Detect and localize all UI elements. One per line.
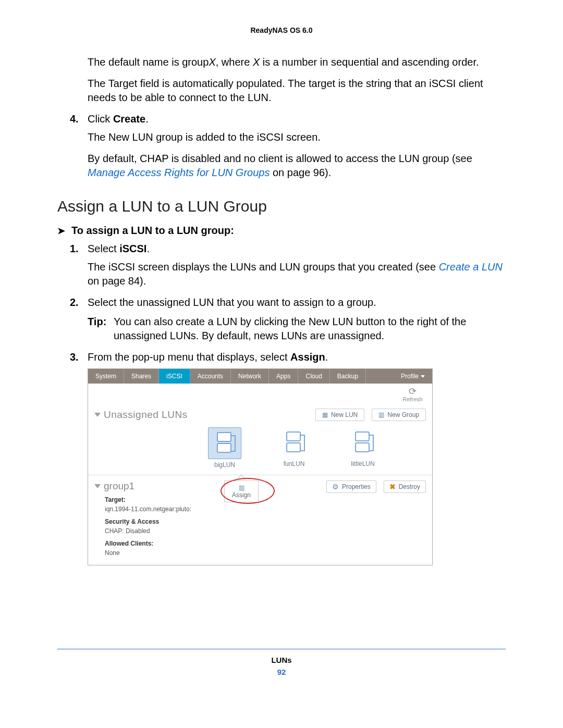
step-4-after2a: By default, CHAP is disabled and no clie… — [88, 153, 472, 164]
disk-icon — [355, 431, 371, 452]
security-label: Security & Access — [105, 517, 204, 526]
step-4-bold: Create — [113, 113, 145, 125]
lun-icon: ▦ — [322, 411, 328, 418]
tab-backup[interactable]: Backup — [330, 369, 366, 384]
step-4-num: 4. — [70, 112, 88, 126]
lun-item-biglun[interactable]: bigLUN — [208, 427, 241, 468]
step-1-after-b: on page 84). — [88, 275, 146, 287]
step-2-num: 2. — [70, 295, 88, 310]
refresh-icon: ⟳ — [402, 387, 423, 396]
tab-network[interactable]: Network — [231, 369, 269, 384]
step-1-after-a: The iSCSI screen displays the LUNs and L… — [88, 261, 439, 273]
gear-icon: ⚙ — [332, 483, 339, 491]
target-value: iqn.1994-11.com.netgear:pluto: — [105, 504, 204, 514]
lun-row: bigLUN funLUN littleLUN — [88, 424, 432, 474]
assign-icon: ▥ — [239, 484, 244, 491]
tab-shares[interactable]: Shares — [124, 369, 159, 384]
disk-icon — [286, 431, 302, 452]
group-icon: ▥ — [378, 411, 384, 418]
page-footer: LUNs 92 — [57, 656, 506, 676]
unassigned-title: Unassigned LUNs — [104, 409, 188, 421]
intro-p2: The Target field is automatically popula… — [88, 77, 506, 105]
unassigned-header: Unassigned LUNs ▦New LUN ▥New Group — [88, 405, 432, 424]
step-3-post: . — [325, 351, 328, 363]
tab-cloud[interactable]: Cloud — [298, 369, 329, 384]
clients-label: Allowed Clients: — [105, 539, 204, 548]
step-3-bold: Assign — [290, 351, 325, 363]
step-1-pre: Select — [88, 243, 119, 254]
step-4-after2: By default, CHAP is disabled and no clie… — [88, 152, 506, 180]
section-heading: Assign a LUN to a LUN Group — [57, 198, 506, 215]
toolbar: ⟳ Refresh — [88, 384, 432, 405]
highlight-ellipse — [221, 478, 275, 504]
step-2: 2. Select the unassigned LUN that you wa… — [57, 295, 506, 310]
new-group-button[interactable]: ▥New Group — [372, 409, 426, 421]
assign-label: Assign — [232, 491, 251, 499]
step-1: 1. Select iSCSI. — [57, 242, 506, 256]
intro-p1a: The default name is group — [88, 56, 209, 68]
refresh-label: Refresh — [402, 396, 423, 402]
collapse-icon — [94, 484, 101, 488]
link-create-lun[interactable]: Create a LUN — [439, 261, 503, 273]
tip-label: Tip: — [88, 315, 111, 343]
clients-value: None — [105, 548, 204, 558]
lun-label-fun: funLUN — [278, 460, 310, 467]
step-2-text: Select the unassigned LUN that you want … — [88, 295, 506, 310]
step-4-pre: Click — [88, 113, 113, 125]
step-1-bold: iSCSI — [119, 243, 146, 254]
tab-profile[interactable]: Profile — [394, 369, 432, 384]
chevron-down-icon — [421, 375, 425, 378]
tab-iscsi[interactable]: iSCSI — [159, 369, 190, 384]
properties-button[interactable]: ⚙Properties — [326, 480, 376, 493]
doc-header: ReadyNAS OS 6.0 — [57, 26, 506, 34]
disk-icon — [217, 432, 232, 453]
destroy-icon: ✖ — [389, 483, 396, 491]
new-group-label: New Group — [387, 411, 419, 418]
new-lun-button[interactable]: ▦New LUN — [315, 409, 364, 421]
intro-p1b: , where — [216, 56, 253, 68]
step-3: 3. From the pop-up menu that displays, s… — [57, 350, 506, 364]
collapse-icon[interactable] — [94, 413, 101, 417]
assign-button[interactable]: ▥ Assign — [224, 480, 259, 502]
lun-item-funlun[interactable]: funLUN — [278, 427, 310, 468]
task-intro: ➤ To assign a LUN to a LUN group: — [57, 225, 506, 237]
task-arrow-icon: ➤ — [57, 225, 65, 237]
step-4-post: . — [145, 113, 149, 125]
intro-x1: X — [209, 56, 215, 68]
link-manage-access[interactable]: Manage Access Rights for LUN Groups — [88, 167, 270, 178]
step-4: 4. Click Create. — [57, 112, 506, 126]
step-3-num: 3. — [70, 350, 88, 364]
refresh-button[interactable]: ⟳ Refresh — [402, 387, 423, 402]
task-intro-text: To assign a LUN to a LUN group: — [71, 225, 234, 237]
step-1-num: 1. — [70, 242, 88, 256]
step-1-post: . — [146, 243, 150, 254]
group-header[interactable]: group1 — [94, 480, 204, 492]
properties-label: Properties — [342, 483, 371, 490]
new-lun-label: New LUN — [331, 411, 358, 418]
group-row: group1 Target: iqn.1994-11.com.netgear:p… — [88, 476, 432, 565]
lun-item-littlelun[interactable]: littleLUN — [347, 427, 379, 468]
screenshot-figure: System Shares iSCSI Accounts Network App… — [88, 368, 433, 565]
footer-page: 92 — [57, 668, 506, 676]
intro-x2: X — [253, 56, 260, 68]
lun-label-little: littleLUN — [347, 460, 379, 467]
target-label: Target: — [105, 495, 204, 504]
tip-block: Tip: You can also create a LUN by clicki… — [88, 315, 506, 343]
tip-body: You can also create a LUN by clicking th… — [114, 315, 506, 343]
group-info: Target: iqn.1994-11.com.netgear:pluto: S… — [94, 495, 204, 558]
step-1-after: The iSCSI screen displays the LUNs and L… — [88, 260, 506, 288]
intro-p1c: is a number in sequential and ascending … — [260, 56, 479, 68]
security-value: CHAP: Disabled — [105, 526, 204, 536]
tab-apps[interactable]: Apps — [269, 369, 298, 384]
tab-profile-label: Profile — [401, 373, 419, 380]
tab-accounts[interactable]: Accounts — [190, 369, 231, 384]
intro-p1: The default name is groupX, where X is a… — [88, 55, 506, 69]
tabbar: System Shares iSCSI Accounts Network App… — [88, 369, 432, 384]
destroy-label: Destroy — [399, 483, 420, 490]
step-3-pre: From the pop-up menu that displays, sele… — [88, 351, 290, 363]
destroy-button[interactable]: ✖Destroy — [384, 480, 426, 493]
footer-section: LUNs — [57, 656, 506, 664]
tab-system[interactable]: System — [88, 369, 124, 384]
group-name: group1 — [104, 480, 134, 492]
step-4-after2b: on page 96). — [270, 167, 331, 178]
